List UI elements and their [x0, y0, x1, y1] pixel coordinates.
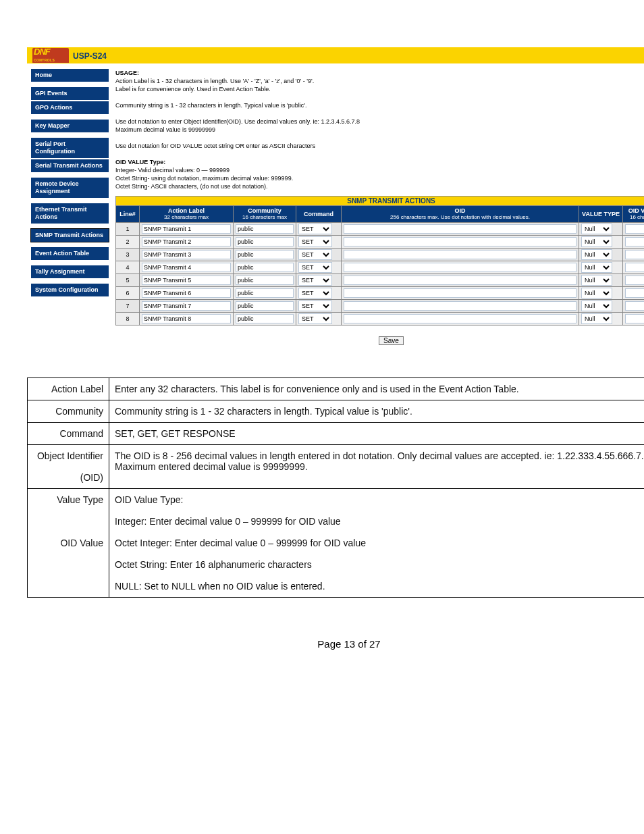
- command-select[interactable]: SET: [298, 313, 332, 324]
- oid-input[interactable]: [344, 224, 576, 234]
- community-input[interactable]: [236, 263, 294, 272]
- oid-input[interactable]: [344, 263, 576, 272]
- command-select[interactable]: SET: [298, 224, 332, 234]
- community-input[interactable]: [236, 314, 294, 323]
- desc-value: OID Value Type:Integer: Enter decimal va…: [109, 489, 645, 598]
- table-row: 4SETNull: [116, 261, 645, 274]
- command-select[interactable]: SET: [298, 275, 332, 286]
- oid-value-input[interactable]: [625, 224, 644, 234]
- column-header: Action Label32 characters max: [140, 206, 234, 223]
- sidebar-item[interactable]: Key Mapper: [31, 120, 109, 132]
- sidebar-item[interactable]: Event Action Table: [31, 247, 109, 260]
- community-input[interactable]: [236, 276, 294, 285]
- action-label-input[interactable]: [142, 288, 231, 298]
- value-type-select[interactable]: Null: [581, 224, 612, 234]
- value-type-select[interactable]: Null: [581, 236, 612, 247]
- community-input[interactable]: [236, 224, 294, 234]
- table-row: 7SETNull: [116, 300, 645, 313]
- desc-key: Community: [28, 400, 109, 423]
- snmp-table: Line#Action Label32 characters maxCommun…: [115, 205, 644, 325]
- top-banner: USP-S24: [27, 47, 644, 63]
- usage-block: USAGE:Action Label is 1 - 32 characters …: [115, 69, 644, 190]
- value-type-select[interactable]: Null: [581, 313, 612, 324]
- oid-value-input[interactable]: [625, 250, 644, 259]
- sidebar-item[interactable]: Serial Transmit Actions: [31, 159, 109, 172]
- oid-value-input[interactable]: [625, 314, 644, 323]
- column-header: Command: [296, 206, 342, 223]
- sidebar: HomeGPI EventsGPO ActionsKey MapperSeria…: [31, 69, 109, 302]
- page-number: Page 13 of 27: [27, 638, 644, 650]
- value-type-select[interactable]: Null: [581, 275, 612, 286]
- action-label-input[interactable]: [142, 250, 231, 259]
- device-model: USP-S24: [73, 51, 107, 63]
- table-row: 3SETNull: [116, 249, 645, 261]
- sidebar-item[interactable]: Tally Assignment: [31, 265, 109, 278]
- action-label-input[interactable]: [142, 237, 231, 246]
- desc-key: Value TypeOID Value: [28, 489, 109, 598]
- oid-input[interactable]: [344, 276, 576, 285]
- table-row: 6SETNull: [116, 287, 645, 300]
- table-row: 1SETNull: [116, 223, 645, 236]
- column-header: OID256 characters max. Use dot notation …: [342, 206, 579, 223]
- oid-value-input[interactable]: [625, 301, 644, 311]
- oid-value-input[interactable]: [625, 263, 644, 272]
- brand-logo-icon: [32, 48, 69, 63]
- desc-value: Community string is 1 - 32 characters in…: [109, 400, 645, 423]
- sidebar-item[interactable]: SNMP Transmit Actions: [31, 229, 109, 242]
- desc-value: Enter any 32 characters. This label is f…: [109, 378, 645, 400]
- field-description-table: Action LabelEnter any 32 characters. Thi…: [27, 377, 644, 598]
- action-label-input[interactable]: [142, 263, 231, 272]
- community-input[interactable]: [236, 288, 294, 298]
- community-input[interactable]: [236, 237, 294, 246]
- save-button[interactable]: Save: [379, 336, 404, 345]
- oid-value-input[interactable]: [625, 276, 644, 285]
- action-label-input[interactable]: [142, 276, 231, 285]
- oid-input[interactable]: [344, 288, 576, 298]
- desc-key: Command: [28, 423, 109, 445]
- community-input[interactable]: [236, 301, 294, 311]
- desc-value: SET, GET, GET RESPONSE: [109, 423, 645, 445]
- sidebar-item[interactable]: Serial Port Configuration: [31, 138, 109, 158]
- action-label-input[interactable]: [142, 301, 231, 311]
- value-type-select[interactable]: Null: [581, 249, 612, 260]
- sidebar-item[interactable]: Remote Device Assignment: [31, 178, 109, 198]
- sidebar-item[interactable]: Home: [31, 69, 109, 82]
- oid-value-input[interactable]: [625, 288, 644, 298]
- oid-input[interactable]: [344, 301, 576, 311]
- command-select[interactable]: SET: [298, 288, 332, 298]
- desc-key: Action Label: [28, 378, 109, 400]
- value-type-select[interactable]: Null: [581, 288, 612, 298]
- sidebar-item[interactable]: GPO Actions: [31, 101, 109, 114]
- oid-input[interactable]: [344, 237, 576, 246]
- desc-key: Object Identifier(OID): [28, 445, 109, 489]
- desc-value: The OID is 8 - 256 decimal values in len…: [109, 445, 645, 489]
- table-row: 5SETNull: [116, 274, 645, 287]
- sidebar-item[interactable]: Ethernet Transmit Actions: [31, 203, 109, 224]
- column-header: OID VALUE16 char max: [623, 206, 645, 223]
- table-banner: SNMP TRANSMIT ACTIONS: [115, 196, 644, 205]
- column-header: Line#: [116, 206, 140, 223]
- command-select[interactable]: SET: [298, 236, 332, 247]
- command-select[interactable]: SET: [298, 301, 332, 311]
- sidebar-item[interactable]: GPI Events: [31, 87, 109, 100]
- oid-input[interactable]: [344, 250, 576, 259]
- action-label-input[interactable]: [142, 224, 231, 234]
- command-select[interactable]: SET: [298, 249, 332, 260]
- table-row: 2SETNull: [116, 236, 645, 249]
- action-label-input[interactable]: [142, 314, 231, 323]
- value-type-select[interactable]: Null: [581, 301, 612, 311]
- column-header: VALUE TYPE: [579, 206, 623, 223]
- value-type-select[interactable]: Null: [581, 262, 612, 273]
- command-select[interactable]: SET: [298, 262, 332, 273]
- community-input[interactable]: [236, 250, 294, 259]
- oid-input[interactable]: [344, 314, 576, 323]
- column-header: Community16 characters max: [234, 206, 296, 223]
- sidebar-item[interactable]: System Configuration: [31, 284, 109, 296]
- table-row: 8SETNull: [116, 313, 645, 325]
- oid-value-input[interactable]: [625, 237, 644, 246]
